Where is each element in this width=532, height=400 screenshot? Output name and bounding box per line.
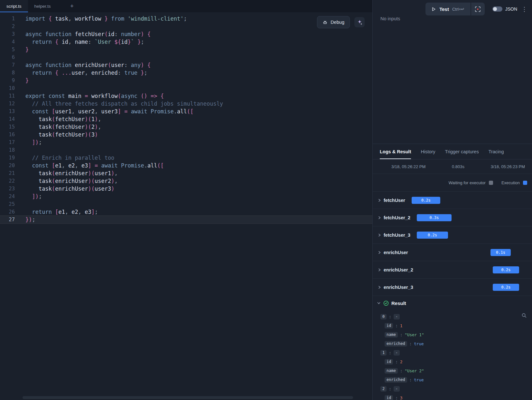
chevron-right-icon	[378, 268, 381, 272]
line-number: 17	[0, 138, 15, 146]
job-row-fetchUser[interactable]: fetchUser0.2s	[373, 192, 532, 209]
result-key[interactable]: id	[385, 395, 393, 400]
kebab-menu-icon[interactable]: ⋮	[520, 6, 529, 12]
result-key[interactable]: name	[385, 332, 398, 338]
horizontal-scrollbar[interactable]	[23, 396, 353, 399]
line-number: 4	[0, 38, 15, 46]
result-row-name[interactable]: name:"User 2"	[373, 366, 532, 375]
code-line-22[interactable]: 22 task(enrichUser)(user2),	[0, 177, 372, 185]
result-key[interactable]: id	[385, 359, 393, 365]
line-content: export const main = workflow(async () =>…	[15, 92, 164, 100]
job-duration-badge: 0.2s	[412, 197, 440, 204]
key-value-separator: :	[389, 350, 391, 355]
code-line-8[interactable]: 8 return { ...user, enriched: true };	[0, 69, 372, 77]
job-row-enrichUser_3[interactable]: enrichUser_30.2s	[373, 279, 532, 296]
result-key[interactable]: 1	[380, 350, 387, 356]
line-content: return [e1, e2, e3];	[15, 208, 98, 216]
line-content: task(fetchUser)(2),	[15, 123, 101, 131]
result-row-name[interactable]: name:"User 1"	[373, 330, 532, 339]
editor-tab-script-ts[interactable]: script.ts	[0, 0, 28, 12]
line-number: 13	[0, 108, 15, 115]
search-icon[interactable]	[521, 313, 527, 319]
job-name: fetchUser_3	[384, 233, 410, 238]
code-editor[interactable]: 1import { task, workflow } from 'windmil…	[0, 12, 372, 400]
code-line-2[interactable]: 2	[0, 23, 372, 30]
code-line-12[interactable]: 12 // All three fetches dispatch as chil…	[0, 100, 372, 108]
code-line-17[interactable]: 17 ]);	[0, 138, 372, 146]
code-line-25[interactable]: 25	[0, 200, 372, 208]
result-row-id[interactable]: id:1	[373, 321, 532, 330]
code-line-27[interactable]: 27});	[0, 216, 372, 224]
code-line-26[interactable]: 26 return [e1, e2, e3];	[0, 208, 372, 216]
key-value-separator: :	[395, 395, 398, 400]
panel-tab-trigger-captures[interactable]: Trigger captures	[445, 144, 479, 159]
result-key[interactable]: 2	[380, 386, 387, 392]
json-toggle[interactable]	[492, 6, 502, 12]
code-line-18[interactable]: 18	[0, 146, 372, 154]
result-section-header[interactable]: Result	[373, 296, 532, 310]
code-line-23[interactable]: 23 task(enrichUser)(user3)	[0, 185, 372, 193]
result-row-id[interactable]: id:3	[373, 393, 532, 400]
code-line-5[interactable]: 5}	[0, 46, 372, 53]
result-row-enriched[interactable]: enriched:true	[373, 375, 532, 384]
result-row-enriched[interactable]: enriched:true	[373, 339, 532, 348]
result-value: true	[414, 377, 424, 382]
result-value: 1	[400, 323, 403, 328]
result-row-0[interactable]: 0:-	[373, 312, 532, 321]
chevron-right-icon	[378, 216, 381, 220]
code-line-9[interactable]: 9}	[0, 77, 372, 84]
code-line-7[interactable]: 7async function enrichUser(user: any) {	[0, 61, 372, 69]
job-row-fetchUser_2[interactable]: fetchUser_20.3s	[373, 209, 532, 226]
code-line-21[interactable]: 21 task(enrichUser)(user1),	[0, 169, 372, 177]
result-key[interactable]: enriched	[385, 377, 407, 383]
line-number: 2	[0, 23, 15, 30]
job-row-enrichUser_2[interactable]: enrichUser_20.2s	[373, 261, 532, 279]
code-line-6[interactable]: 6	[0, 53, 372, 61]
code-line-3[interactable]: 3async function fetchUser(id: number) {	[0, 30, 372, 38]
result-key[interactable]: name	[385, 368, 398, 374]
line-number: 19	[0, 154, 15, 162]
line-number: 10	[0, 84, 15, 92]
line-number: 22	[0, 177, 15, 185]
code-line-13[interactable]: 13 const [user1, user2, user3] = await P…	[0, 108, 372, 115]
job-row-fetchUser_3[interactable]: fetchUser_30.2s	[373, 226, 532, 244]
test-button[interactable]: Test Ctrl+↵	[425, 3, 470, 15]
result-row-id[interactable]: id:2	[373, 357, 532, 366]
line-content: task(enrichUser)(user3)	[15, 185, 114, 193]
focus-mode-button[interactable]	[471, 3, 485, 15]
line-number: 23	[0, 185, 15, 193]
result-key[interactable]: id	[385, 323, 393, 329]
job-name: fetchUser_2	[384, 215, 410, 220]
code-line-16[interactable]: 16 task(fetchUser)(3)	[0, 131, 372, 138]
panel-top-controls: Test Ctrl+↵ JSON	[373, 3, 529, 15]
ai-wand-button[interactable]	[354, 17, 365, 27]
code-line-11[interactable]: 11export const main = workflow(async () …	[0, 92, 372, 100]
code-line-20[interactable]: 20 const [e1, e2, e3] = await Promise.al…	[0, 162, 372, 169]
key-value-separator: :	[400, 368, 403, 373]
line-number: 18	[0, 146, 15, 154]
new-tab-button[interactable]: +	[66, 0, 78, 12]
key-value-separator: :	[400, 332, 403, 337]
result-row-2[interactable]: 2:-	[373, 384, 532, 393]
editor-actions: Debug	[317, 16, 365, 28]
code-line-14[interactable]: 14 task(fetchUser)(1),	[0, 115, 372, 123]
code-line-24[interactable]: 24 ]);	[0, 193, 372, 200]
line-content	[15, 200, 25, 208]
panel-tab-history[interactable]: History	[421, 144, 435, 159]
run-started-at: 3/18, 05:26:22 PM	[391, 164, 425, 169]
code-line-1[interactable]: 1import { task, workflow } from 'windmil…	[0, 15, 372, 23]
result-row-1[interactable]: 1:-	[373, 348, 532, 357]
debug-button[interactable]: Debug	[317, 16, 350, 28]
code-line-10[interactable]: 10	[0, 84, 372, 92]
panel-tab-logs-result[interactable]: Logs & Result	[380, 144, 411, 159]
job-row-enrichUser[interactable]: enrichUser0.1s	[373, 244, 532, 261]
code-line-15[interactable]: 15 task(fetchUser)(2),	[0, 123, 372, 131]
panel-tab-tracing[interactable]: Tracing	[489, 144, 504, 159]
result-key[interactable]: enriched	[385, 341, 407, 347]
line-number: 5	[0, 46, 15, 53]
code-line-19[interactable]: 19 // Enrich in parallel too	[0, 154, 372, 162]
code-line-4[interactable]: 4 return { id, name: `User ${id}` };	[0, 38, 372, 46]
panel-tabs: Logs & ResultHistoryTrigger capturesTrac…	[373, 144, 532, 159]
result-key[interactable]: 0	[380, 314, 387, 319]
editor-tab-helper-ts[interactable]: helper.ts	[28, 0, 57, 12]
